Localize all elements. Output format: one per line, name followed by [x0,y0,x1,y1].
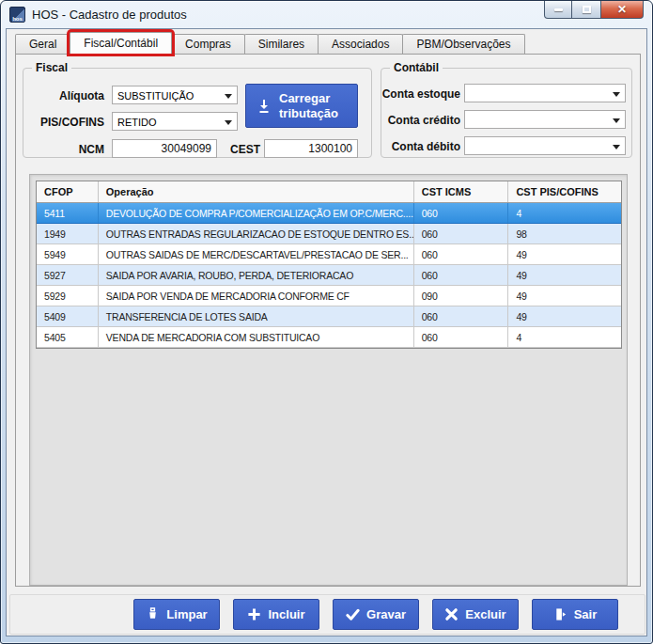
maximize-icon [583,6,591,13]
tab-pbm-observacoes[interactable]: PBM/Observações [402,34,524,54]
excluir-button[interactable]: Excluir [432,599,519,630]
cell-cst-icms: 060 [414,306,509,326]
ncm-input[interactable] [112,139,217,158]
brush-icon [146,607,160,621]
cell-operacao: DEVOLUÇÃO DE COMPRA P/COMERCIALIZAÇÃO EM… [99,203,414,223]
contabil-groupbox: Contábil Conta estoque Conta crédito Con… [381,68,632,158]
conta-debito-value [465,137,625,141]
cell-cst-icms: 060 [414,244,509,264]
maximize-button[interactable] [572,1,600,19]
aliquota-value: SUBSTITUIÇÃO [113,86,237,102]
cell-cst-pis-cofins: 4 [508,327,621,347]
conta-estoque-value [465,85,625,88]
table-row[interactable]: 5405 VENDA DE MERCADORIA COM SUBSTITUICA… [37,327,621,348]
conta-credito-combobox[interactable] [464,110,626,129]
sair-button[interactable]: Sair [532,599,618,630]
table-row[interactable]: 5949 OUTRAS SAIDAS DE MERC/DESCARTAVEL/P… [37,244,621,265]
contabil-group-title: Contábil [390,61,443,74]
tab-fiscal-contabil[interactable]: Fiscal/Contábil [70,32,172,54]
conta-debito-label: Conta débito [381,140,460,153]
cell-cst-icms: 060 [414,224,509,243]
tab-page-fiscal-contabil: Fiscal Alíquota SUBSTITUIÇÃO PIS/COFINS … [15,54,641,587]
check-icon [346,607,360,621]
conta-estoque-combobox[interactable] [464,84,626,102]
cell-cst-pis-cofins: 4 [508,203,621,223]
pis-cofins-combobox[interactable]: RETIDO [112,112,238,131]
cell-operacao: OUTRAS SAIDAS DE MERC/DESCARTAVEL/PRESTA… [99,244,414,264]
minimize-button[interactable] [544,1,572,19]
plus-icon [247,607,261,621]
chevron-down-icon [613,92,620,97]
column-header-cfop[interactable]: CFOP [37,181,99,202]
cell-cst-pis-cofins: 49 [508,286,621,306]
download-icon [257,99,272,114]
close-button[interactable]: ✕ [600,1,644,19]
cell-cst-pis-cofins: 49 [508,265,621,285]
table-row[interactable]: 5929 SAIDA POR VENDA DE MERCADORIA CONFO… [37,286,621,306]
cfop-table-panel: CFOP Operação CST ICMS CST PIS/COFINS 54… [29,174,628,586]
client-area: Geral Fiscal/Contábil Compras Similares … [6,28,647,636]
cell-operacao: SAIDA POR VENDA DE MERCADORIA CONFORME C… [99,286,414,306]
chevron-down-icon [613,118,620,123]
chevron-down-icon [225,120,232,125]
pis-cofins-value: RETIDO [113,113,237,128]
cest-input[interactable] [264,139,358,158]
incluir-label: Incluir [268,607,304,621]
tab-strip: Geral Fiscal/Contábil Compras Similares … [15,32,524,54]
ncm-label: NCM [23,143,104,156]
cell-cfop: 5409 [37,306,99,326]
cest-label: CEST [223,143,260,156]
limpar-label: Limpar [166,607,207,621]
cell-cst-pis-cofins: 49 [508,244,621,264]
fiscal-group-title: Fiscal [32,61,71,74]
column-header-operacao[interactable]: Operação [99,181,414,202]
tab-similares[interactable]: Similares [244,34,319,54]
limpar-button[interactable]: Limpar [133,599,220,630]
exit-door-icon [553,607,567,621]
cfop-grid: CFOP Operação CST ICMS CST PIS/COFINS 54… [36,181,622,349]
sair-label: Sair [574,607,598,621]
cell-cfop: 5405 [37,327,99,347]
cell-cst-icms: 060 [414,327,509,347]
tab-compras[interactable]: Compras [171,34,245,54]
table-row[interactable]: 5411 DEVOLUÇÃO DE COMPRA P/COMERCIALIZAÇ… [37,203,621,224]
cell-cfop: 5411 [37,203,99,223]
minimize-icon [554,8,563,11]
action-button-bar: Limpar Incluir Gravar Excluir [9,594,645,635]
table-row[interactable]: 5927 SAIDA POR AVARIA, ROUBO, PERDA, DET… [37,265,621,286]
cell-operacao: OUTRAS ENTRADAS REGULARIZACAO DE ESTOQUE… [99,224,414,243]
window-title: HOS - Cadastro de produtos [32,8,187,22]
column-header-cst-icms[interactable]: CST ICMS [414,181,509,202]
tab-associados[interactable]: Associados [318,34,403,54]
conta-debito-combobox[interactable] [464,136,626,155]
app-icon: hos [9,7,25,23]
table-row[interactable]: 5409 TRANSFERENCIA DE LOTES SAIDA 060 49 [37,306,621,327]
gravar-button[interactable]: Gravar [333,599,419,630]
cell-operacao: TRANSFERENCIA DE LOTES SAIDA [99,306,414,326]
cell-cfop: 1949 [37,224,99,243]
aliquota-label: Alíquota [23,89,104,102]
cell-operacao: VENDA DE MERCADORIA COM SUBSTITUICAO [99,327,414,347]
carregar-tributacao-label: Carregar tributação [279,91,347,120]
cell-cst-pis-cofins: 98 [508,224,621,243]
x-icon [444,607,459,621]
cell-cst-icms: 060 [414,203,509,223]
cell-cst-pis-cofins: 49 [508,306,621,326]
aliquota-combobox[interactable]: SUBSTITUIÇÃO [112,86,238,104]
carregar-tributacao-button[interactable]: Carregar tributação [245,84,358,128]
tab-geral[interactable]: Geral [15,34,70,54]
conta-credito-value [465,111,625,115]
chevron-down-icon [613,145,620,149]
cell-cfop: 5949 [37,244,99,264]
table-row[interactable]: 1949 OUTRAS ENTRADAS REGULARIZACAO DE ES… [37,224,621,244]
close-icon: ✕ [617,4,627,15]
cell-cfop: 5927 [37,265,99,285]
cell-cfop: 5929 [37,286,99,306]
conta-estoque-label: Conta estoque [381,87,460,101]
chevron-down-icon [225,94,232,99]
cell-operacao: SAIDA POR AVARIA, ROUBO, PERDA, DETERIOR… [99,265,414,285]
conta-credito-label: Conta crédito [381,114,460,127]
incluir-button[interactable]: Incluir [233,599,319,630]
column-header-cst-pis-cofins[interactable]: CST PIS/COFINS [508,181,621,202]
excluir-label: Excluir [465,607,505,621]
